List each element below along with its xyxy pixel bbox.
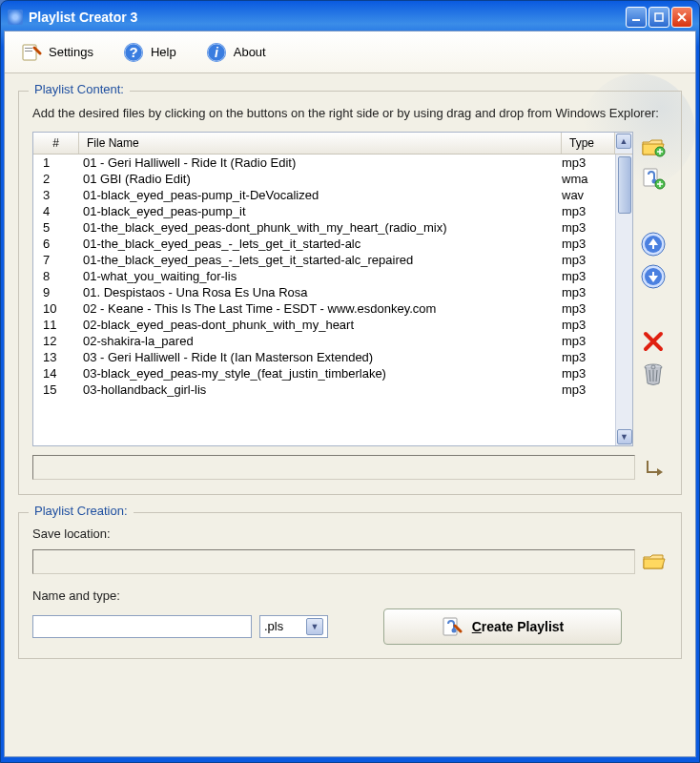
table-row[interactable]: 1303 - Geri Halliwell - Ride It (Ian Mas… — [33, 349, 615, 365]
row-type: mp3 — [562, 253, 615, 267]
playlist-type-select[interactable]: .pls ▼ — [259, 615, 328, 638]
move-down-button[interactable] — [640, 263, 667, 290]
trash-icon — [642, 361, 665, 386]
table-row[interactable]: 101 - Geri Halliwell - Ride It (Radio Ed… — [33, 155, 615, 171]
create-playlist-button[interactable]: Create Playlist — [383, 608, 622, 645]
table-row[interactable]: 1503-hollandback_girl-lismp3 — [33, 382, 615, 398]
file-list-rows[interactable]: 101 - Geri Halliwell - Ride It (Radio Ed… — [33, 155, 615, 445]
about-icon: i — [205, 41, 228, 64]
browse-button[interactable] — [641, 548, 668, 575]
name-type-label: Name and type: — [32, 588, 668, 603]
file-list[interactable]: # File Name Type ▲ 101 - Geri Halliwell … — [32, 132, 633, 446]
add-folder-button[interactable] — [640, 134, 667, 160]
toolbar: Settings ? Help i About — [5, 31, 695, 73]
side-button-panel — [639, 132, 668, 446]
table-row[interactable]: 201 GBI (Radio Edit)wma — [33, 171, 615, 187]
svg-text:?: ? — [129, 44, 137, 60]
reveal-icon — [644, 457, 665, 478]
folder-icon — [642, 551, 667, 572]
scroll-up-button[interactable]: ▲ — [616, 134, 631, 149]
row-type: mp3 — [562, 366, 615, 381]
settings-button[interactable]: Settings — [14, 37, 99, 68]
create-playlist-label: Create Playlist — [472, 619, 565, 634]
row-number: 2 — [33, 172, 79, 186]
table-row[interactable]: 1102-black_eyed_peas-dont_phunk_with_my_… — [33, 317, 615, 333]
row-number: 7 — [33, 253, 79, 267]
about-button[interactable]: i About — [199, 37, 272, 68]
scrollbar[interactable]: ▼ — [615, 155, 632, 445]
row-filename: 01-what_you_waiting_for-lis — [79, 269, 562, 283]
dropdown-caret-icon: ▼ — [306, 618, 323, 635]
row-filename: 01. Despistaos - Una Rosa Es Una Rosa — [79, 285, 562, 299]
row-type: mp3 — [562, 350, 615, 364]
column-filename[interactable]: File Name — [79, 133, 562, 154]
maximize-icon — [654, 12, 664, 22]
row-type: mp3 — [562, 334, 615, 348]
table-row[interactable]: 401-black_eyed_peas-pump_itmp3 — [33, 203, 615, 219]
add-files-button[interactable] — [640, 166, 667, 193]
instruction-text: Add the desired files by clicking on the… — [32, 105, 668, 122]
row-filename: 02-black_eyed_peas-dont_phunk_with_my_he… — [79, 318, 562, 332]
row-number: 12 — [33, 334, 79, 348]
titlebar[interactable]: Playlist Creator 3 — [4, 4, 696, 31]
client-area: Settings ? Help i About Playlist Content… — [4, 31, 696, 757]
row-number: 15 — [33, 382, 79, 397]
row-type: mp3 — [562, 318, 615, 332]
table-row[interactable]: 1002 - Keane - This Is The Last Time - E… — [33, 300, 615, 317]
app-icon — [8, 10, 23, 25]
row-number: 14 — [33, 366, 79, 381]
table-row[interactable]: 501-the_black_eyed_peas-dont_phunk_with_… — [33, 219, 615, 236]
row-number: 9 — [33, 285, 79, 299]
svg-rect-1 — [655, 13, 663, 21]
table-row[interactable]: 901. Despistaos - Una Rosa Es Una Rosamp… — [33, 284, 615, 300]
playlist-name-input[interactable] — [32, 615, 252, 638]
move-up-button[interactable] — [640, 231, 667, 258]
svg-rect-4 — [25, 51, 32, 52]
settings-label: Settings — [49, 45, 93, 59]
row-number: 6 — [33, 237, 79, 251]
row-number: 4 — [33, 204, 79, 218]
delete-button[interactable] — [640, 328, 667, 355]
table-row[interactable]: 801-what_you_waiting_for-lismp3 — [33, 268, 615, 284]
table-row[interactable]: 1202-shakira-la_paredmp3 — [33, 333, 615, 349]
table-row[interactable]: 301-black_eyed_peas-pump_it-DeVocalizedw… — [33, 187, 615, 203]
clear-all-button[interactable] — [640, 361, 667, 387]
settings-icon — [20, 41, 43, 64]
row-number: 1 — [33, 155, 79, 170]
svg-rect-3 — [25, 48, 32, 49]
row-filename: 01 GBI (Radio Edit) — [79, 172, 562, 186]
close-button[interactable] — [671, 7, 692, 28]
table-row[interactable]: 701-the_black_eyed_peas_-_lets_get_it_st… — [33, 252, 615, 268]
arrow-up-icon — [641, 232, 666, 257]
row-number: 3 — [33, 188, 79, 202]
table-row[interactable]: 601-the_black_eyed_peas_-_lets_get_it_st… — [33, 236, 615, 252]
playlist-creation-legend: Playlist Creation: — [29, 504, 134, 518]
svg-point-22 — [451, 628, 456, 632]
table-row[interactable]: 1403-black_eyed_peas-my_style_(feat_just… — [33, 365, 615, 382]
playlist-file-icon — [442, 616, 463, 637]
row-type: mp3 — [562, 285, 615, 299]
selected-path-display — [32, 455, 635, 480]
help-button[interactable]: ? Help — [116, 37, 182, 68]
row-type: mp3 — [562, 301, 615, 316]
column-type[interactable]: Type — [562, 133, 615, 154]
row-filename: 01 - Geri Halliwell - Ride It (Radio Edi… — [79, 155, 562, 170]
row-type: mp3 — [562, 237, 615, 251]
row-number: 8 — [33, 269, 79, 283]
file-list-header[interactable]: # File Name Type ▲ — [33, 133, 632, 155]
save-location-input[interactable] — [32, 549, 635, 574]
about-label: About — [234, 45, 266, 59]
scroll-down-button[interactable]: ▼ — [617, 429, 632, 444]
column-number[interactable]: # — [33, 133, 79, 154]
row-filename: 03-hollandback_girl-lis — [79, 382, 562, 397]
row-filename: 02 - Keane - This Is The Last Time - ESD… — [79, 301, 562, 316]
scroll-thumb[interactable] — [618, 156, 631, 214]
help-label: Help — [151, 45, 176, 59]
save-location-label: Save location: — [32, 526, 668, 541]
playlist-content-group: Playlist Content: Add the desired files … — [18, 91, 682, 495]
close-icon — [677, 12, 687, 22]
row-type: wav — [562, 188, 615, 202]
maximize-button[interactable] — [649, 7, 669, 28]
minimize-button[interactable] — [626, 7, 647, 28]
reveal-button[interactable] — [641, 454, 668, 481]
